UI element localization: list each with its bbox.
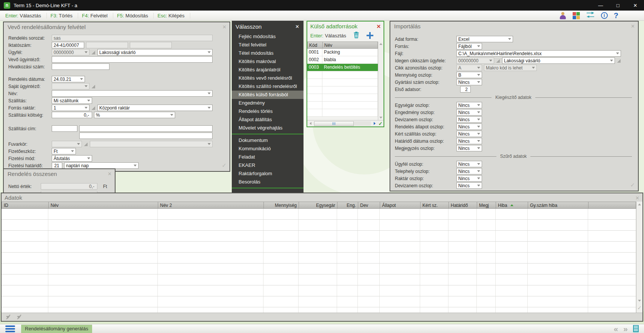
combo-field[interactable]: Excel [456,36,513,42]
table-row[interactable] [2,220,636,231]
combo-field[interactable]: Lakossági vásárló [97,49,213,55]
table-row[interactable] [2,307,636,313]
source-empty-row[interactable] [307,79,378,86]
close-button[interactable]: ✕ [627,0,644,11]
combo-field[interactable]: Ft [52,148,76,154]
combo-field[interactable]: Fájlból [456,43,482,49]
dropdown-caret-icon[interactable] [477,140,480,142]
generate-order-button[interactable]: Rendelésállomány generálás [21,325,92,333]
scrollbar-track[interactable] [314,121,371,126]
menu-item[interactable]: Kommunikáció [232,145,304,153]
table-row[interactable] [2,296,636,307]
combo-field[interactable]: Központi raktár [97,105,213,111]
dropdown-caret-icon[interactable] [477,147,480,149]
source-empty-row[interactable] [307,102,378,109]
column-header[interactable]: ID [2,202,48,209]
combo-field[interactable]: Nincs [456,131,482,137]
close-icon[interactable]: ✕ [631,23,635,29]
dropdown-caret-icon[interactable] [85,85,88,87]
column-header[interactable]: Kért sz. [420,202,448,209]
dropdown-caret-icon[interactable] [87,100,90,102]
column-header[interactable] [588,202,636,209]
combo-field[interactable]: Nincs [456,79,482,85]
help-icon[interactable] [614,11,618,20]
source-empty-row[interactable] [307,86,378,94]
user-icon[interactable] [559,12,567,19]
menu-item[interactable]: Raktárforgalom [232,170,304,178]
clear-sort-icon[interactable] [16,314,22,320]
source-row[interactable]: 0003Rendelés betöltés [307,64,378,71]
close-icon[interactable]: ✕ [222,24,226,30]
menu-item[interactable]: Kitöltés külső forrásból [232,91,304,99]
menu-item[interactable]: Kitöltés makróval [232,57,304,66]
combo-field[interactable]: Átutalás [52,155,92,162]
input-field[interactable] [79,133,213,139]
expand-corner-icon[interactable] [91,84,95,88]
dropdown-caret-icon[interactable] [477,67,480,69]
expand-corner-icon[interactable] [91,50,95,54]
scroll-down-icon[interactable] [379,117,382,119]
source-empty-row[interactable] [307,109,378,117]
column-header[interactable]: Eng. [337,202,358,209]
dropdown-caret-icon[interactable] [208,107,211,109]
combo-field[interactable]: naptári nap [64,162,139,169]
add-icon[interactable] [367,32,373,39]
expand-corner-icon[interactable] [91,106,95,110]
dropdown-caret-icon[interactable] [208,51,211,53]
input-field[interactable]: 24-41/00007 [52,42,84,48]
combo-field[interactable]: Nincs [456,123,482,130]
dropdown-caret-icon[interactable] [77,143,80,145]
close-icon[interactable]: ✕ [295,24,299,29]
expand-corner-icon[interactable] [616,59,621,63]
dropdown-caret-icon[interactable] [477,170,480,172]
combo-field[interactable]: A [456,65,482,71]
menu-item[interactable]: Művelet végrehajtás [232,124,304,132]
combo-field[interactable] [52,141,82,147]
transfer-arrows-icon[interactable] [586,11,595,20]
input-field[interactable] [79,125,213,132]
table-row[interactable] [2,253,636,264]
menu-item[interactable]: Kitöltés vevő rendelésről [232,74,304,82]
column-header[interactable]: Gy.szám hiba [528,202,588,209]
expand-corner-icon[interactable] [496,59,500,63]
dropdown-caret-icon[interactable] [477,81,480,83]
sources-vertical-scrollbar[interactable] [378,42,384,120]
combo-field[interactable]: Nincs [456,138,482,144]
dropdown-caret-icon[interactable] [532,67,535,69]
close-icon[interactable]: ✕ [376,23,381,29]
combo-field[interactable] [52,83,89,89]
expand-corner-icon[interactable] [83,142,88,146]
scroll-left-icon[interactable] [310,122,311,125]
input-field[interactable]: sas [52,35,213,41]
scroll-right-icon[interactable] [374,122,376,125]
trash-icon[interactable] [353,31,360,40]
combo-field[interactable] [90,141,213,147]
dropdown-caret-icon[interactable] [208,143,211,145]
combo-field[interactable]: Nincs [456,182,482,189]
scroll-up-icon[interactable] [638,204,641,205]
data-vertical-scrollbar[interactable]: ✓ [636,202,642,313]
page-first-icon[interactable]: « [614,325,618,333]
menu-item[interactable]: Fejléc módosítás [232,32,304,41]
table-row[interactable] [2,231,636,242]
input-field[interactable]: 0,- [52,112,92,118]
input-field[interactable] [130,42,172,48]
combo-field[interactable] [52,90,213,97]
combo-field[interactable]: Lakossági vásárló [502,57,615,64]
dropdown-caret-icon[interactable] [477,126,480,128]
dropdown-caret-icon[interactable] [71,150,74,152]
dropdown-caret-icon[interactable] [85,107,88,109]
confirm-check-icon[interactable]: ✓ [630,182,635,188]
menu-item[interactable]: Feladat [232,153,304,161]
combo-field[interactable]: Nincs [456,145,482,151]
menu-item[interactable]: Kitöltés szállító rendelésről [232,82,304,91]
combo-field[interactable]: Mi szállítunk [52,97,92,104]
dropdown-caret-icon[interactable] [87,157,90,159]
combo-field[interactable]: % [94,112,175,118]
dropdown-caret-icon[interactable] [208,92,211,94]
column-header[interactable]: Név [48,202,158,209]
dropdown-caret-icon[interactable] [477,177,480,179]
menu-item[interactable]: Dokumentum [232,136,304,145]
confirm-check-icon[interactable]: ✓ [377,121,384,126]
source-row[interactable]: 0002blabla [307,56,378,64]
